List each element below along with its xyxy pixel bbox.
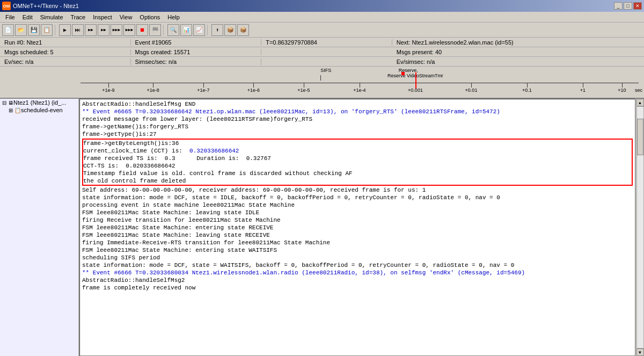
ev-sec: Ev/sec: n/a <box>0 59 131 65</box>
label-1e-5: +1e-5 <box>297 88 310 93</box>
tb-sep1 <box>55 25 57 35</box>
menu-edit[interactable]: Edit <box>19 13 36 21</box>
msgs-created: Msgs created: 15571 <box>131 49 262 55</box>
tb-finish[interactable]: 🏁 <box>149 24 161 36</box>
menu-help[interactable]: Help <box>164 13 183 21</box>
log-line-18: firing Immediate-Receive-RTS transition … <box>82 239 330 246</box>
log-line-13: processing event in state machine leee80… <box>82 202 295 208</box>
window-title: OMNeT++/Tkenv - Ntez1 <box>13 3 79 9</box>
msgs-scheduled: Msgs scheduled: 5 <box>0 49 131 55</box>
label-1e-9: +1e-9 <box>102 88 114 93</box>
status-row-2: Msgs scheduled: 5 Msgs created: 15571 Ms… <box>0 47 644 57</box>
label-1e-6: +1e-6 <box>247 88 260 93</box>
tree-label-scheduled: scheduled-even <box>21 107 63 113</box>
log-line-6: current_clock_time (CCT) is: 0.320336686… <box>83 148 239 154</box>
log-line-8: CCT-TS is: 0.020336686642 <box>83 163 175 169</box>
label-1e-7: +1e-7 <box>197 88 209 93</box>
menu-simulate[interactable]: Simulate <box>37 13 67 21</box>
log-line-15: firing Receive transition for leee80211M… <box>82 217 281 223</box>
menu-file[interactable]: File <box>2 13 18 21</box>
timeline-area: SIFS Reserve, Reserve VideoStreamTmr +1e… <box>0 67 644 99</box>
vertical-scrollbar: ▲ ▼ <box>635 99 644 356</box>
run-info: Run #0: Ntez1 <box>0 39 131 46</box>
tb-stop[interactable]: ⏹ <box>136 24 148 36</box>
scroll-track[interactable] <box>636 106 644 348</box>
label-1e-8: +1e-8 <box>147 88 159 93</box>
tb-chart1[interactable]: 📊 <box>180 24 192 36</box>
tb-zoom-in[interactable]: 🔍 <box>167 24 179 36</box>
log-line-22: ** Event #6666 T=0.32033680034 Ntez1.wir… <box>82 270 525 276</box>
tb-run5[interactable]: ▶▶▶ <box>123 24 135 36</box>
sifs-label: SIFS <box>320 68 331 73</box>
timeline-marker <box>415 72 416 89</box>
log-line-7: frame received TS is: 0.3 Duration is: 0… <box>83 155 271 162</box>
log-cct-value: 0.320336686642 <box>189 148 239 154</box>
app-icon: OM <box>2 2 11 10</box>
tb-chart2[interactable]: 📈 <box>193 24 205 36</box>
tb-up[interactable]: ⬆ <box>211 24 223 36</box>
tick-1e-5 <box>304 83 304 88</box>
maximize-button[interactable]: □ <box>624 2 632 10</box>
tb-save[interactable]: 💾 <box>28 24 40 36</box>
log-line-3: frame->getName()is:forgery_RTS <box>82 123 188 130</box>
log-panel[interactable]: AbstractRadio::handleSelfMsg END ** Even… <box>79 99 635 356</box>
tb-run2[interactable]: ▶▶ <box>85 24 97 36</box>
log-line-14: FSM leee80211Mac State Machine: leaving … <box>82 209 259 216</box>
log-line-2: received message from lower layer: (leee… <box>82 116 312 122</box>
tree-panel: ⊟ 🖥 Ntez1 (Ntez1) (id_... ⊞ 📋 scheduled-… <box>0 99 79 356</box>
menu-inspect[interactable]: Inspect <box>90 13 115 21</box>
ev-simsec: Ev/simsec: n/a <box>392 59 644 65</box>
tb-step[interactable]: ⏭ <box>72 24 84 36</box>
tb-run3[interactable]: ▶▶ <box>98 24 109 36</box>
menu-options[interactable]: Options <box>136 13 163 21</box>
log-line-1: ** Event #6665 T=0.320336686642 Ntez1.op… <box>82 108 500 115</box>
tick-1e-7 <box>203 83 204 88</box>
next-info: Next: Ntez1.wirelessnode2.wlan.mac (id=5… <box>392 39 644 46</box>
tick-1 <box>583 83 583 88</box>
scroll-down-button[interactable]: ▼ <box>636 348 644 356</box>
minimize-button[interactable]: _ <box>614 2 623 10</box>
status-row-3: Ev/sec: n/a Simsec/sec: n/a Ev/simsec: n… <box>0 57 644 67</box>
log-line-0: AbstractRadio::handleSelfMsg END <box>82 101 195 107</box>
log-line-21: state information: mode = DCF, state = W… <box>82 262 514 268</box>
tree-folder-icon: 🖥 <box>8 100 13 106</box>
tb-open[interactable]: 📂 <box>15 24 27 36</box>
log-line-20: scheduling SIFS period <box>82 255 160 261</box>
log-line-5: frame->getByteLength()is:36 <box>83 140 179 147</box>
tb-run[interactable]: ▶ <box>59 24 71 36</box>
tick-1e-6 <box>253 83 254 88</box>
label-1: +1 <box>580 88 586 93</box>
tree-item-scheduled[interactable]: ⊞ 📋 scheduled-even <box>0 106 78 114</box>
tree-label-ntez1: Ntez1 (Ntez1) (id_... <box>13 99 66 106</box>
event-info: Event #19065 <box>131 39 262 46</box>
toolbar: 📄 📂 💾 📋 ▶ ⏭ ▶▶ ▶▶ ▶▶▶ ▶▶▶ ⏹ 🏁 🔍 📊 📈 ⬆ 📦 … <box>0 23 644 38</box>
log-line-11: Self address: 69-00-00-00-00-00, receive… <box>82 187 426 193</box>
menu-view[interactable]: View <box>116 13 136 21</box>
tick-001 <box>471 83 472 88</box>
scroll-up-button[interactable]: ▲ <box>636 99 644 106</box>
tree-expand-icon-2: ⊞ <box>9 107 13 113</box>
reserve-marker <box>401 72 405 75</box>
log-line-12: state information: mode = DCF, state = I… <box>82 194 500 201</box>
tick-01 <box>527 83 528 88</box>
tb-run4[interactable]: ▶▶▶ <box>111 24 122 36</box>
close-button[interactable]: ✕ <box>633 2 642 10</box>
log-line-24: frame is completely received now <box>82 285 195 291</box>
scroll-thumb[interactable] <box>637 119 643 155</box>
main-area: ⊟ 🖥 Ntez1 (Ntez1) (id_... ⊞ 📋 scheduled-… <box>0 99 644 356</box>
label-1e-4: +1e-4 <box>353 88 365 93</box>
menu-trace[interactable]: Trace <box>68 13 89 21</box>
tb-pkg1[interactable]: 📦 <box>224 24 236 36</box>
tb-pkg2[interactable]: 📦 <box>237 24 249 36</box>
tb-new[interactable]: 📄 <box>2 24 14 36</box>
log-line-16: FSM leee80211Mac State Machine: entering… <box>82 224 273 231</box>
simsec: Simsec/sec: n/a <box>131 59 262 65</box>
tb-copy[interactable]: 📋 <box>41 24 53 36</box>
msgs-present: Msgs present: 40 <box>392 49 644 55</box>
tb-sep2 <box>163 25 165 35</box>
log-line-9: Timestamp field value is old. control fr… <box>83 170 353 177</box>
tick-1e-9 <box>108 83 109 88</box>
tree-item-ntez1[interactable]: ⊟ 🖥 Ntez1 (Ntez1) (id_... <box>0 99 78 106</box>
log-line-23: AbstractRadio::handleSelfMsg2 <box>82 277 185 284</box>
tick-1e-4 <box>360 83 360 88</box>
